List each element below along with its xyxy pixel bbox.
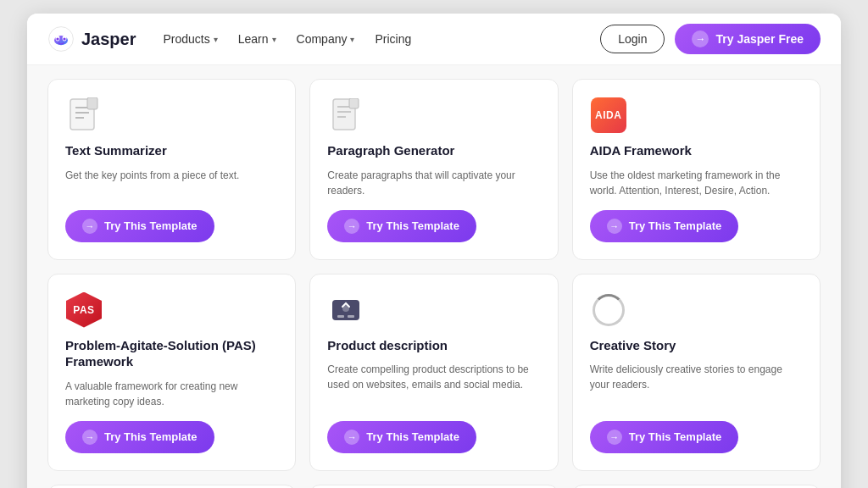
card-aida-framework: AIDA AIDA Framework Use the oldest marke…: [572, 79, 821, 260]
arrow-right-icon: →: [607, 430, 622, 445]
paragraph-generator-icon: [327, 97, 364, 134]
svg-rect-19: [348, 315, 354, 318]
arrow-right-icon: →: [344, 219, 359, 234]
card-desc: Get the key points from a piece of text.: [65, 168, 278, 198]
svg-rect-18: [337, 315, 344, 318]
try-template-button-text-summarizer[interactable]: → Try This Template: [65, 210, 214, 242]
card-title: Creative Story: [590, 337, 803, 354]
try-template-button-creative-story[interactable]: → Try This Template: [590, 421, 739, 453]
card-creative-story: Creative Story Write deliciously creativ…: [572, 274, 821, 471]
try-template-button-aida[interactable]: → Try This Template: [590, 210, 739, 242]
pas-framework-icon: PAS: [65, 291, 103, 329]
svg-point-4: [56, 37, 58, 40]
chevron-down-icon: ▾: [214, 35, 218, 44]
card-content-improver: Content improver Take a piece of content…: [47, 485, 296, 489]
card-blog-post-outline: Blog Post Outline Create lists and outli…: [572, 485, 821, 489]
aida-framework-icon: AIDA: [590, 97, 627, 134]
browser-window: Jasper Products ▾ Learn ▾ Company ▾ Pric…: [27, 14, 841, 488]
card-paragraph-generator: Paragraph Generator Create paragraphs th…: [309, 79, 558, 260]
creative-story-icon: [590, 291, 627, 329]
card-desc: Create compelling product descriptions t…: [327, 362, 540, 409]
try-template-button-product-desc[interactable]: → Try This Template: [327, 421, 476, 453]
try-template-button-pas[interactable]: → Try This Template: [65, 421, 214, 453]
card-blog-post-topic: Blog Post Topic Ideas Brainstorm new blo…: [309, 485, 558, 489]
main-content: Text Summarizer Get the key points from …: [27, 65, 841, 488]
svg-rect-10: [87, 97, 97, 109]
nav-actions: Login → Try Jasper Free: [600, 24, 821, 54]
login-button[interactable]: Login: [600, 25, 665, 53]
arrow-right-icon: →: [692, 30, 709, 47]
arrow-right-icon: →: [607, 219, 622, 234]
nav-learn[interactable]: Learn ▾: [238, 32, 276, 46]
product-description-icon: [327, 291, 364, 329]
card-desc: Use the oldest marketing framework in th…: [590, 168, 803, 198]
nav-company[interactable]: Company ▾: [297, 32, 355, 46]
arrow-right-icon: →: [344, 430, 359, 445]
cards-grid: Text Summarizer Get the key points from …: [47, 79, 821, 488]
card-title: AIDA Framework: [590, 142, 803, 159]
card-product-description: Product description Create compelling pr…: [309, 274, 558, 471]
card-desc: Write deliciously creative stories to en…: [590, 362, 803, 409]
card-title: Paragraph Generator: [327, 142, 540, 159]
nav-links: Products ▾ Learn ▾ Company ▾ Pricing: [164, 32, 601, 46]
card-title: Product description: [327, 337, 540, 354]
try-jasper-button[interactable]: → Try Jasper Free: [675, 24, 821, 54]
svg-rect-15: [349, 98, 359, 108]
arrow-right-icon: →: [82, 219, 97, 234]
navbar: Jasper Products ▾ Learn ▾ Company ▾ Pric…: [27, 14, 841, 65]
card-text-summarizer: Text Summarizer Get the key points from …: [47, 79, 296, 260]
logo[interactable]: Jasper: [47, 25, 136, 53]
nav-pricing[interactable]: Pricing: [375, 32, 411, 46]
chevron-down-icon: ▾: [272, 35, 276, 44]
card-title: Text Summarizer: [65, 142, 278, 159]
card-pas-framework: PAS Problem-Agitate-Solution (PAS) Frame…: [47, 274, 296, 471]
svg-point-5: [63, 37, 65, 40]
chevron-down-icon: ▾: [350, 35, 354, 44]
try-template-button-paragraph-generator[interactable]: → Try This Template: [327, 210, 476, 242]
logo-text: Jasper: [81, 30, 136, 49]
nav-products[interactable]: Products ▾: [164, 32, 218, 46]
jasper-logo-icon: [47, 25, 75, 53]
card-desc: A valuable framework for creating new ma…: [65, 379, 278, 409]
card-title: Problem-Agitate-Solution (PAS) Framework: [65, 337, 278, 370]
text-summarizer-icon: [65, 97, 103, 134]
arrow-right-icon: →: [82, 430, 97, 445]
card-desc: Create paragraphs that will captivate yo…: [327, 168, 540, 198]
